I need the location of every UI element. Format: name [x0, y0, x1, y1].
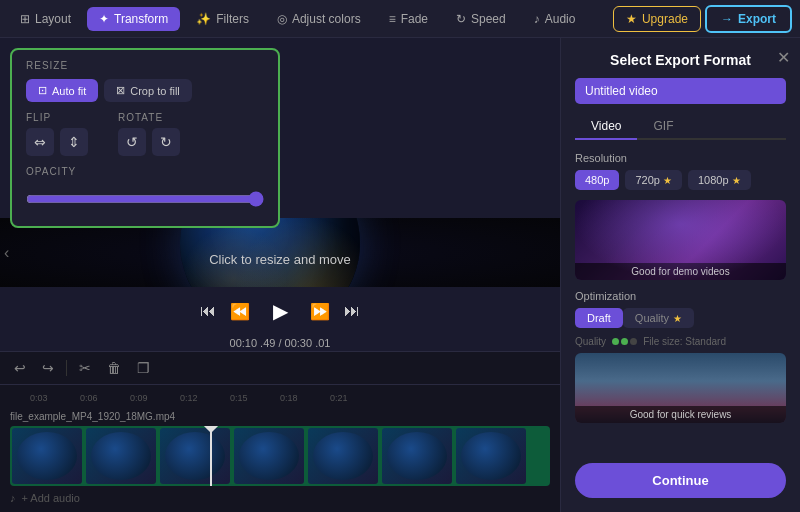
playhead[interactable]	[210, 426, 212, 486]
tab-audio-label: Audio	[545, 12, 576, 26]
tab-fade[interactable]: ≡ Fade	[377, 7, 440, 31]
tab-gif[interactable]: GIF	[637, 114, 689, 140]
tab-speed[interactable]: ↻ Speed	[444, 7, 518, 31]
transform-icon: ✦	[99, 12, 109, 26]
opacity-section: OPACITY	[26, 166, 264, 216]
upgrade-label: Upgrade	[642, 12, 688, 26]
scissors-button[interactable]: ✂	[75, 358, 95, 378]
duplicate-button[interactable]: ❐	[133, 358, 154, 378]
close-button[interactable]: ✕	[777, 48, 790, 67]
export-button[interactable]: → Export	[705, 5, 792, 33]
top-nav: ⊞ Layout ✦ Transform ✨ Filters ◎ Adjust …	[0, 0, 800, 38]
video-canvas[interactable]: ‹ Click to resize and move	[0, 218, 560, 287]
delete-button[interactable]: 🗑	[103, 358, 125, 378]
filters-icon: ✨	[196, 12, 211, 26]
undo-button[interactable]: ↩	[10, 358, 30, 378]
quality-info: Quality File size: Standard	[575, 336, 786, 347]
add-audio-area[interactable]: ♪ + Add audio	[0, 488, 560, 508]
res-480p-button[interactable]: 480p	[575, 170, 619, 190]
ruler-4: 0:15	[230, 393, 248, 403]
resolution-preview: Good for demo videos	[575, 200, 786, 280]
flip-rotate-row: FLIP ⇔ ⇕ ROTATE ↺ ↻	[26, 112, 264, 156]
thumb-earth-1	[17, 432, 77, 480]
dot-1	[612, 338, 619, 345]
timeline-toolbar: ↩ ↪ ✂ 🗑 ❐	[0, 351, 560, 385]
upgrade-button[interactable]: ★ Upgrade	[613, 6, 701, 32]
audio-icon: ♪	[534, 12, 540, 26]
tab-filters[interactable]: ✨ Filters	[184, 7, 261, 31]
track-thumb-6	[382, 428, 452, 484]
continue-button[interactable]: Continue	[575, 463, 786, 498]
track-thumb-5	[308, 428, 378, 484]
flip-horizontal-button[interactable]: ⇔	[26, 128, 54, 156]
timeline-area: ↩ ↪ ✂ 🗑 ❐ 0:03 0:06 0:09 0:12 0:15 0:18 …	[0, 351, 560, 512]
tab-video[interactable]: Video	[575, 114, 637, 140]
total-time: 00:30 .01	[285, 337, 331, 349]
resize-label: RESIZE	[26, 60, 264, 71]
expand-arrow-icon[interactable]: ‹	[4, 244, 9, 262]
rotate-left-button[interactable]: ↺	[118, 128, 146, 156]
left-panel: RESIZE ⊡ Auto fit ⊠ Crop to fill FLIP ⇔ …	[0, 38, 560, 512]
opt-draft-button[interactable]: Draft	[575, 308, 623, 328]
res-480p-label: 480p	[585, 174, 609, 186]
tab-transform[interactable]: ✦ Transform	[87, 7, 180, 31]
fast-forward-button[interactable]: ⏩	[310, 302, 330, 321]
tab-layout-label: Layout	[35, 12, 71, 26]
click-to-resize-label: Click to resize and move	[209, 252, 351, 267]
toolbar-divider	[66, 360, 67, 376]
tab-adjust-label: Adjust colors	[292, 12, 361, 26]
export-panel: ✕ Select Export Format Video GIF Resolut…	[560, 38, 800, 512]
skip-end-button[interactable]: ⏭	[344, 302, 360, 320]
resolution-row: 480p 720p ★ 1080p ★	[575, 170, 786, 190]
auto-fit-button[interactable]: ⊡ Auto fit	[26, 79, 98, 102]
opt-quality-label: Quality	[635, 312, 669, 324]
res-720p-button[interactable]: 720p ★	[625, 170, 681, 190]
tab-audio[interactable]: ♪ Audio	[522, 7, 588, 31]
preview-bg-effect	[575, 200, 786, 280]
video-name-input[interactable]	[575, 78, 786, 104]
optimization-preview-label: Good for quick reviews	[575, 406, 786, 423]
crop-to-fill-button[interactable]: ⊠ Crop to fill	[104, 79, 192, 102]
tab-adjust[interactable]: ◎ Adjust colors	[265, 7, 373, 31]
rotate-right-button[interactable]: ↻	[152, 128, 180, 156]
format-tabs: Video GIF	[575, 114, 786, 140]
flip-label: FLIP	[26, 112, 88, 123]
res-1080p-button[interactable]: 1080p ★	[688, 170, 751, 190]
layout-icon: ⊞	[20, 12, 30, 26]
thumb-earth-2	[91, 432, 151, 480]
opt-quality-button[interactable]: Quality ★	[623, 308, 694, 328]
optimization-tabs: Draft Quality ★	[575, 308, 786, 328]
current-time: 00:10 .49 /	[230, 337, 285, 349]
ruler-2: 0:09	[130, 393, 148, 403]
quality-label: Quality	[575, 336, 606, 347]
ruler-3: 0:12	[180, 393, 198, 403]
export-arrow-icon: →	[721, 12, 733, 26]
crop-icon: ⊠	[116, 84, 125, 97]
tab-layout[interactable]: ⊞ Layout	[8, 7, 83, 31]
opt-quality-star: ★	[673, 313, 682, 324]
ruler-0: 0:03	[30, 393, 48, 403]
thumb-earth-5	[313, 432, 373, 480]
thumb-earth-7	[461, 432, 521, 480]
track-label: file_example_MP4_1920_18MG.mp4	[0, 409, 560, 424]
speed-icon: ↻	[456, 12, 466, 26]
main-area: RESIZE ⊡ Auto fit ⊠ Crop to fill FLIP ⇔ …	[0, 38, 800, 512]
quality-dots	[612, 338, 637, 345]
export-panel-title: Select Export Format	[575, 52, 786, 68]
star-icon: ★	[626, 12, 637, 26]
video-track[interactable]	[10, 426, 550, 486]
res-720p-label: 720p	[635, 174, 659, 186]
thumb-earth-4	[239, 432, 299, 480]
time-display: 00:10 .49 / 00:30 .01	[0, 335, 560, 351]
rewind-button[interactable]: ⏪	[230, 302, 250, 321]
play-button[interactable]: ▶	[264, 295, 296, 327]
skip-start-button[interactable]: ⏮	[200, 302, 216, 320]
redo-button[interactable]: ↪	[38, 358, 58, 378]
flip-vertical-button[interactable]: ⇕	[60, 128, 88, 156]
res-1080p-star: ★	[732, 175, 741, 186]
opacity-slider[interactable]	[26, 191, 264, 207]
export-label: Export	[738, 12, 776, 26]
res-1080p-label: 1080p	[698, 174, 729, 186]
rotate-section: ROTATE ↺ ↻	[118, 112, 180, 156]
rotate-label: ROTATE	[118, 112, 180, 123]
